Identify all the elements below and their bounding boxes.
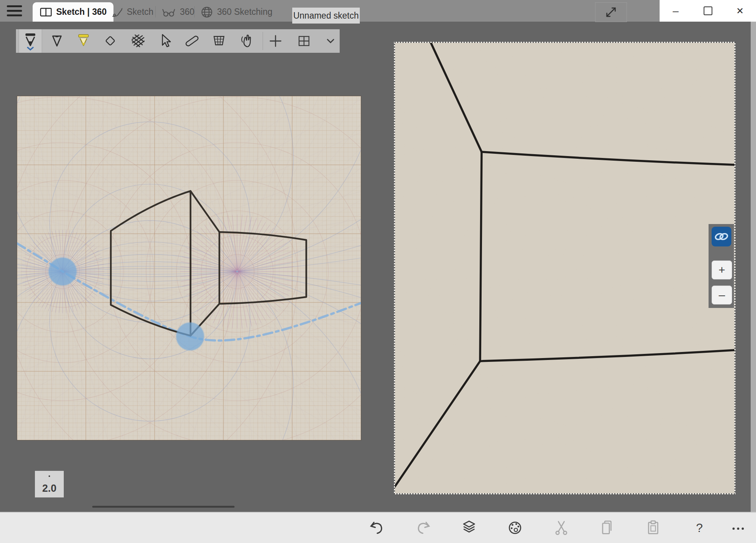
- grid-options-dropdown[interactable]: [319, 29, 342, 53]
- cursor-icon: [156, 33, 173, 49]
- eraser-icon: [102, 33, 119, 49]
- document-name-chip[interactable]: Unnamed sketch: [292, 8, 360, 24]
- grid-view-icon: [296, 33, 312, 49]
- vanishing-point-handle-left[interactable]: [49, 257, 77, 286]
- undo-button[interactable]: [366, 517, 387, 538]
- hand-gesture-icon: [238, 33, 255, 49]
- more-options-button[interactable]: [728, 517, 749, 538]
- tab-label: 360: [180, 7, 194, 17]
- color-palette-icon: [507, 519, 523, 536]
- tab-sketch-360[interactable]: Sketch | 360: [33, 2, 113, 22]
- tab-label: Sketch | 360: [56, 7, 107, 17]
- tab-sketch[interactable]: Sketch: [111, 2, 153, 22]
- grid-view-button[interactable]: [292, 29, 316, 53]
- minimize-button[interactable]: –: [660, 0, 692, 22]
- brush-size-value: 2.0: [35, 483, 64, 494]
- pen-tool-button[interactable]: [45, 29, 69, 53]
- brush-size-indicator[interactable]: 2.0: [35, 471, 64, 497]
- scissors-icon: [553, 519, 570, 536]
- titlebar: Sketch | 360 Sketch 360 360 Sketching: [0, 0, 756, 22]
- expand-view-button[interactable]: [595, 2, 627, 22]
- help-icon: ?: [696, 521, 703, 535]
- highlighter-icon: [75, 33, 92, 49]
- globe-icon: [200, 6, 213, 19]
- ruler-tool-button[interactable]: [180, 29, 204, 53]
- brush-tool-button[interactable]: [19, 29, 42, 53]
- split-view-icon: [39, 7, 52, 17]
- redo-button[interactable]: [413, 517, 434, 538]
- tab-360-sketching[interactable]: 360 Sketching: [200, 2, 272, 22]
- cut-button[interactable]: [551, 517, 572, 538]
- zoom-in-button[interactable]: +: [712, 260, 732, 279]
- perspective-grid-icon: [211, 33, 227, 49]
- ellipsis-icon: [730, 519, 747, 536]
- copy-icon: [599, 519, 616, 536]
- brush-icon: [22, 32, 39, 51]
- tool-options-chevron-icon: [28, 47, 33, 50]
- add-button[interactable]: [264, 29, 287, 53]
- vr-glasses-icon: [161, 6, 176, 19]
- diagonal-resize-icon: [603, 4, 619, 21]
- tab-360[interactable]: 360: [161, 2, 194, 22]
- color-palette-button[interactable]: [504, 517, 526, 538]
- chevron-down-icon: [325, 38, 336, 44]
- perspective-grid-tool-button[interactable]: [207, 29, 231, 53]
- tab-label: 360 Sketching: [217, 7, 272, 17]
- plus-icon: [267, 33, 284, 49]
- help-button[interactable]: ?: [689, 517, 710, 538]
- paste-icon: [645, 519, 662, 536]
- plus-icon: +: [718, 264, 725, 276]
- sketch-canvas-2d[interactable]: [17, 96, 361, 440]
- select-tool-button[interactable]: [153, 29, 176, 53]
- minus-icon: –: [719, 289, 725, 301]
- pan-gesture-tool-button[interactable]: [235, 29, 258, 53]
- maximize-icon: [704, 6, 712, 15]
- maximize-button[interactable]: [692, 0, 724, 22]
- ruler-icon: [184, 33, 200, 49]
- pen-nib-icon: [49, 33, 65, 49]
- tab-separator: [155, 6, 156, 17]
- paste-button[interactable]: [643, 517, 664, 538]
- eraser-tool-button[interactable]: [99, 29, 122, 53]
- layers-button[interactable]: [458, 517, 480, 538]
- highlighter-tool-button[interactable]: [72, 29, 95, 53]
- minimize-icon: –: [673, 5, 679, 17]
- vanishing-point-handle-bottom[interactable]: [176, 322, 204, 350]
- link-views-button[interactable]: [712, 227, 731, 246]
- view-link-zoom-panel: + –: [709, 224, 734, 308]
- close-icon: ✕: [736, 6, 744, 16]
- window-controls: – ✕: [660, 0, 756, 22]
- sketch-canvas-360[interactable]: [394, 42, 736, 494]
- redo-icon: [415, 519, 432, 536]
- document-name: Unnamed sketch: [293, 11, 359, 21]
- brush-preview-dot: [49, 475, 50, 477]
- fill-texture-tool-button[interactable]: [126, 29, 150, 53]
- tab-label: Sketch: [127, 7, 153, 17]
- close-button[interactable]: ✕: [724, 0, 756, 22]
- copy-button[interactable]: [597, 517, 618, 538]
- menu-hamburger-icon[interactable]: [7, 4, 23, 18]
- horizontal-scrollbar[interactable]: [92, 506, 235, 508]
- toolbar-separator: [263, 32, 263, 50]
- zoom-out-button[interactable]: –: [712, 286, 732, 305]
- crosshatch-icon: [129, 33, 146, 49]
- pen-icon: [111, 6, 123, 18]
- vertical-scrollbar-track[interactable]: [751, 22, 756, 512]
- undo-icon: [369, 519, 385, 536]
- link-icon: [713, 230, 730, 243]
- paper-texture: [394, 42, 736, 494]
- layers-icon: [461, 519, 477, 536]
- tab-separator: [194, 6, 195, 17]
